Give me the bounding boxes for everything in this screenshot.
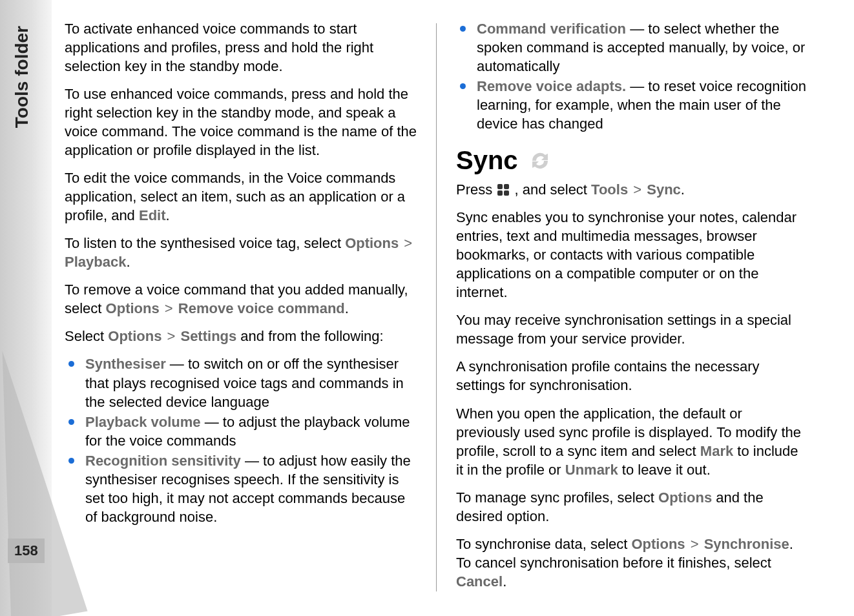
text-run: . bbox=[345, 300, 349, 316]
section-tab-label: Tools folder bbox=[12, 26, 32, 128]
menu-key-icon bbox=[496, 183, 510, 197]
text-run: Press bbox=[456, 181, 496, 198]
ui-term-remove-voice-adapts: Remove voice adapts. bbox=[477, 78, 626, 94]
ui-term-remove-voice-command: Remove voice command bbox=[178, 300, 345, 316]
paragraph: To synchronise data, select Options > Sy… bbox=[456, 535, 808, 591]
ui-term-cancel: Cancel bbox=[456, 573, 503, 590]
svg-rect-2 bbox=[497, 190, 503, 196]
ui-term-options: Options bbox=[108, 328, 161, 344]
paragraph: To use enhanced voice commands, press an… bbox=[65, 85, 417, 159]
ui-term-playback: Playback bbox=[65, 254, 126, 270]
list-item: Playback volume — to adjust the playback… bbox=[65, 413, 417, 450]
paragraph: To remove a voice command that you added… bbox=[65, 280, 417, 318]
ui-term-tools: Tools bbox=[591, 181, 628, 198]
ui-term-mark: Mark bbox=[700, 443, 733, 459]
bullet-list: Command verification — to select whether… bbox=[456, 19, 808, 133]
text-run: and from the following: bbox=[236, 328, 383, 344]
page-number: 158 bbox=[8, 539, 45, 563]
paragraph: Select Options > Settings and from the f… bbox=[65, 327, 417, 345]
svg-rect-3 bbox=[504, 190, 509, 196]
text-run: to leave it out. bbox=[618, 462, 711, 478]
text-run: . bbox=[503, 573, 506, 590]
list-item: Recognition sensitivity — to adjust how … bbox=[65, 451, 417, 526]
paragraph: To listen to the synthesised voice tag, … bbox=[65, 234, 417, 271]
ui-term-synchronise: Synchronise bbox=[704, 536, 789, 552]
ui-term-options: Options bbox=[345, 235, 399, 251]
separator-chevron: > bbox=[685, 536, 704, 552]
svg-rect-1 bbox=[504, 184, 509, 189]
list-item: Remove voice adapts. — to reset voice re… bbox=[456, 77, 808, 133]
paragraph: A synchronisation profile contains the n… bbox=[456, 357, 808, 395]
paragraph: To manage sync profiles, select Options … bbox=[456, 488, 808, 526]
paragraph: Sync enables you to synchronise your not… bbox=[456, 208, 808, 302]
text-run: To manage sync profiles, select bbox=[456, 489, 658, 506]
sidebar: Tools folder 158 bbox=[0, 0, 52, 616]
ui-term-settings: Settings bbox=[180, 328, 236, 344]
text-run: Select bbox=[65, 328, 108, 344]
sync-icon bbox=[527, 148, 553, 174]
list-item: Command verification — to select whether… bbox=[456, 19, 808, 76]
ui-term-sync: Sync bbox=[647, 181, 681, 198]
ui-term-unmark: Unmark bbox=[565, 462, 618, 478]
ui-term-options: Options bbox=[631, 536, 685, 552]
svg-rect-0 bbox=[497, 184, 503, 189]
separator-chevron: > bbox=[160, 300, 178, 316]
column-divider bbox=[436, 23, 437, 591]
ui-term-edit: Edit bbox=[139, 207, 166, 223]
sync-heading: Sync bbox=[456, 146, 808, 175]
separator-chevron: > bbox=[161, 328, 180, 344]
paragraph: To activate enhanced voice commands to s… bbox=[65, 19, 417, 76]
ui-term-options: Options bbox=[106, 300, 160, 316]
left-column: To activate enhanced voice commands to s… bbox=[65, 19, 417, 600]
text-run: To synchronise data, select bbox=[456, 536, 631, 552]
text-run: To listen to the synthesised voice tag, … bbox=[65, 235, 345, 251]
text-run: , and select bbox=[510, 181, 591, 198]
ui-term-synthesiser: Synthesiser bbox=[85, 356, 166, 372]
bullet-list: Synthesiser — to switch on or off the sy… bbox=[65, 354, 417, 526]
list-item: Synthesiser — to switch on or off the sy… bbox=[65, 354, 417, 411]
separator-chevron: > bbox=[628, 181, 647, 198]
paragraph: To edit the voice commands, in the Voice… bbox=[65, 169, 417, 225]
ui-term-recognition-sensitivity: Recognition sensitivity bbox=[85, 453, 241, 469]
text-run: To edit the voice commands, in the Voice… bbox=[65, 170, 405, 223]
paragraph: You may receive synchronisation settings… bbox=[456, 311, 808, 348]
paragraph: When you open the application, the defau… bbox=[456, 404, 808, 479]
text-run: . bbox=[166, 207, 170, 223]
heading-text: Sync bbox=[456, 146, 518, 175]
paragraph: Press , and select Tools > Sync. bbox=[456, 180, 808, 199]
separator-chevron: > bbox=[399, 235, 413, 251]
right-column: Command verification — to select whether… bbox=[456, 19, 808, 600]
ui-term-playback-volume: Playback volume bbox=[85, 414, 201, 430]
page-content: To activate enhanced voice commands to s… bbox=[65, 19, 840, 600]
text-run: . bbox=[681, 181, 685, 198]
ui-term-command-verification: Command verification bbox=[477, 21, 626, 37]
text-run: . bbox=[126, 254, 130, 270]
ui-term-options: Options bbox=[658, 489, 712, 506]
